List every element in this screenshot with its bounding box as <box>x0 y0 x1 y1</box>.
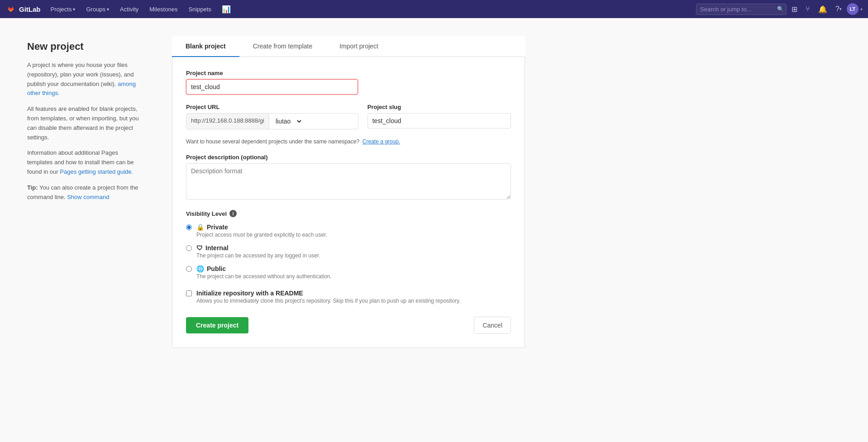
url-prefix: http://192.168.0.188:8888/gi <box>186 114 269 129</box>
project-slug-group: Project slug <box>367 104 511 129</box>
navbar-right: 🔍 ⊞ ⑂ 🔔 ?▾ LT ▾ <box>696 0 863 18</box>
nav-chart-icon[interactable]: 📊 <box>219 0 234 18</box>
visibility-public-option: 🌐 Public The project can be accessed wit… <box>186 265 511 280</box>
init-repo-group: Initialize repository with a README Allo… <box>186 290 511 304</box>
public-desc: The project can be accessed without any … <box>196 273 511 280</box>
nav-merge-request-icon[interactable]: ⑂ <box>802 0 813 18</box>
sidebar-tip: Tip: You can also create a project from … <box>27 183 145 202</box>
brand-logo[interactable]: GitLab <box>5 4 41 14</box>
internal-desc: The project can be accessed by any logge… <box>196 252 511 259</box>
description-group: Project description (optional) <box>186 154 511 201</box>
tab-create-from-template[interactable]: Create from template <box>239 36 326 57</box>
pages-guide-link[interactable]: Pages getting started guide. <box>60 168 133 175</box>
url-input-wrap: http://192.168.0.188:8888/gi liutao <box>186 113 358 129</box>
visibility-group: Visibility Level i 🔒 Private Project acc… <box>186 210 511 280</box>
brand-name: GitLab <box>19 5 41 13</box>
project-url-group: Project URL http://192.168.0.188:8888/gi… <box>186 104 358 129</box>
private-desc: Project access must be granted explicitl… <box>196 232 511 238</box>
create-project-button[interactable]: Create project <box>186 317 248 333</box>
namespace-select[interactable]: liutao <box>269 114 303 129</box>
project-name-group: Project name <box>186 70 511 95</box>
visibility-private-radio[interactable] <box>186 224 192 230</box>
project-name-label: Project name <box>186 70 511 76</box>
search-wrap: 🔍 <box>696 4 787 15</box>
init-repo-checkbox[interactable] <box>186 290 192 296</box>
groups-chevron-icon: ▾ <box>107 7 109 12</box>
visibility-radio-group: 🔒 Private Project access must be granted… <box>186 223 511 280</box>
private-title: 🔒 Private <box>196 223 511 231</box>
navbar: GitLab Projects ▾ Groups ▾ Activity Mile… <box>0 0 868 18</box>
tab-import-project[interactable]: Import project <box>326 36 392 57</box>
description-label: Project description (optional) <box>186 154 511 161</box>
tip-label: Tip: <box>27 184 38 191</box>
page-wrap: New project A project is where you house… <box>0 18 868 442</box>
page-title: New project <box>27 41 145 52</box>
search-icon: 🔍 <box>777 6 784 12</box>
nav-milestones[interactable]: Milestones <box>146 0 181 18</box>
tab-blank-project[interactable]: Blank project <box>172 36 239 57</box>
globe-icon: 🌐 <box>196 265 204 272</box>
nav-help-icon[interactable]: ?▾ <box>832 0 845 18</box>
avatar-chevron-icon[interactable]: ▾ <box>860 7 863 12</box>
form-panel: Project name Project URL http://192.168.… <box>172 57 525 348</box>
create-group-link[interactable]: Create a group. <box>362 138 400 145</box>
project-slug-label: Project slug <box>367 104 511 110</box>
nav-plus-icon[interactable]: ⊞ <box>788 0 801 18</box>
tab-bar: Blank project Create from template Impor… <box>172 36 525 57</box>
search-input[interactable] <box>696 4 787 15</box>
nav-projects[interactable]: Projects ▾ <box>47 0 79 18</box>
avatar[interactable]: LT <box>847 3 858 15</box>
nav-issues-icon[interactable]: 🔔 <box>815 0 830 18</box>
internal-title: 🛡 Internal <box>196 244 511 252</box>
main-content: Blank project Create from template Impor… <box>172 36 525 424</box>
project-url-label: Project URL <box>186 104 358 110</box>
visibility-private-option: 🔒 Private Project access must be granted… <box>186 223 511 238</box>
lock-icon: 🔒 <box>196 223 204 231</box>
nav-activity[interactable]: Activity <box>116 0 142 18</box>
project-slug-input[interactable] <box>367 113 511 128</box>
url-slug-row: Project URL http://192.168.0.188:8888/gi… <box>186 104 511 129</box>
btn-row: Create project Cancel <box>186 317 511 334</box>
description-textarea[interactable] <box>186 163 511 200</box>
sidebar: New project A project is where you house… <box>27 36 145 424</box>
among-other-things-link[interactable]: among other things. <box>27 81 136 97</box>
shield-icon: 🛡 <box>196 244 203 252</box>
init-repo-desc: Allows you to immediately clone this pro… <box>196 298 460 304</box>
sidebar-desc-2: All features are enabled for blank proje… <box>27 105 145 142</box>
sidebar-desc-3: Information about additional Pages templ… <box>27 148 145 176</box>
visibility-info-icon[interactable]: i <box>229 210 237 217</box>
sidebar-desc-1: A project is where you house your files … <box>27 61 145 98</box>
cancel-button[interactable]: Cancel <box>474 317 511 334</box>
show-command-link[interactable]: Show command <box>67 194 109 200</box>
visibility-label: Visibility Level i <box>186 210 511 217</box>
visibility-internal-option: 🛡 Internal The project can be accessed b… <box>186 244 511 259</box>
visibility-public-radio[interactable] <box>186 266 192 272</box>
project-name-input[interactable] <box>186 79 358 95</box>
namespace-hint: Want to house several dependent projects… <box>186 138 511 145</box>
projects-chevron-icon: ▾ <box>73 7 75 12</box>
init-repo-label: Initialize repository with a README <box>196 290 460 297</box>
visibility-internal-radio[interactable] <box>186 245 192 251</box>
public-title: 🌐 Public <box>196 265 511 272</box>
nav-groups[interactable]: Groups ▾ <box>82 0 113 18</box>
nav-snippets[interactable]: Snippets <box>185 0 215 18</box>
